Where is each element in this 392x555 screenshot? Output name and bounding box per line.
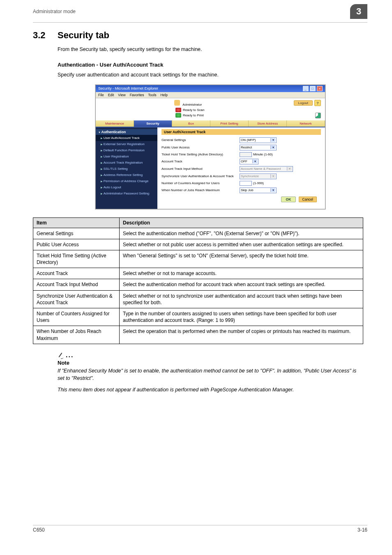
label-account-track: Account Track [161,160,240,163]
help-button[interactable]: ? [314,100,321,106]
table-row: Synchronize User Authentication & Accoun… [33,290,363,308]
nav-auto-logout[interactable]: Auto Logout [96,184,157,190]
table-row: Public User AccessSelect whether or not … [33,239,363,250]
panel-title: User Auth/Account Track [161,129,321,135]
label-ticket-hold-time: Ticket Hold Time Setting (Active Directo… [161,153,240,156]
label-number-counters: Number of Counters Assigned for Users [161,181,240,185]
close-icon[interactable]: × [317,86,323,91]
suffix-number-counters: (1-999) [253,181,264,185]
footer-model: C650 [33,527,45,533]
note-icon [58,352,64,359]
intro-paragraph: From the Security tab, specify security … [58,46,363,53]
th-description: Description [120,217,363,228]
table-row: Number of Counters Assigned for UsersTyp… [33,308,363,326]
table-row: General SettingsSelect the authenticatio… [33,228,363,239]
menu-file[interactable]: File [98,93,104,97]
menu-tools[interactable]: Tools [148,93,157,97]
menu-view[interactable]: View [118,93,125,97]
tab-maintenance[interactable]: Maintenance [96,120,134,127]
menubar: File Edit View Favorites Tools Help [96,92,325,98]
tab-box[interactable]: Box [172,120,210,127]
label-synchronize: Synchronize User Authentication & Accoun… [161,174,240,178]
tab-store-address[interactable]: Store Address [249,120,287,127]
footer-page-number: 3-16 [357,527,367,533]
menu-favorites[interactable]: Favorites [130,93,144,97]
nav-header-authentication[interactable]: Authentication [96,129,157,135]
nav-user-auth-account-track[interactable]: User Auth/Account Track [96,135,157,141]
logout-button[interactable]: Logout [294,100,313,106]
select-max-jobs[interactable]: Skip Job [240,187,277,193]
minimize-icon[interactable]: _ [303,86,309,91]
label-general-settings: General Settings [161,138,240,142]
ok-button[interactable]: OK [281,197,296,202]
admin-icon [174,100,180,106]
printer-status-icon [175,113,181,118]
table-row: When Number of Jobs Reach MaximumSelect … [33,326,363,344]
tab-print-setting[interactable]: Print Setting [210,120,249,127]
select-general-settings[interactable]: ON (MFP) [240,137,277,143]
select-account-track[interactable]: OFF [240,159,258,164]
scanner-status-text: Ready to Scan [183,108,204,112]
note-dots-icon: ... [66,352,74,359]
table-row: Account TrackSelect whether or not to ma… [33,268,363,279]
tab-security[interactable]: Security [134,120,172,127]
side-nav: Authentication User Auth/Account Track E… [96,127,157,209]
table-row: Account Track Input MethodSelect the aut… [33,279,363,290]
label-max-jobs: When Number of Jobs Reach Maximum [161,188,240,192]
suffix-ticket-hold-time: Minute (1-60) [253,153,273,156]
description-table: Item Description General SettingsSelect … [33,217,363,344]
label-account-track-input-method: Account Track Input Method [161,167,240,171]
sub-intro: Specify user authentication and account … [58,71,363,79]
nav-ssl-tls-setting[interactable]: SSL/TLS Setting [96,166,157,172]
menu-help[interactable]: Help [160,93,167,97]
running-head: Administrator mode [33,9,350,14]
nav-user-registration[interactable]: User Registration [96,153,157,160]
section-number: 3.2 [33,30,58,41]
note-label: Note [58,360,363,366]
input-number-counters[interactable] [240,181,252,186]
printer-status-text: Ready to Print [183,113,204,117]
section-title: Security tab [58,30,109,41]
input-ticket-hold-time[interactable] [240,152,252,157]
nav-external-server-registration[interactable]: External Server Registration [96,141,157,147]
th-item: Item [33,217,120,228]
refresh-icon[interactable] [315,113,321,118]
nav-address-reference-setting[interactable]: Address Reference Setting [96,172,157,178]
label-public-user-access: Public User Access [161,146,240,149]
maximize-icon[interactable]: □ [310,86,316,91]
select-public-user-access[interactable]: Restrict [240,145,277,150]
window-title: Security - Microsoft Internet Explorer [98,86,158,90]
note-paragraph-1: If "Enhanced Security Mode" is set to en… [58,367,363,382]
nav-account-track-registration[interactable]: Account Track Registration [96,160,157,166]
screenshot-window: Security - Microsoft Internet Explorer _… [95,85,325,209]
nav-permission-address-change[interactable]: Permission of Address Change [96,178,157,184]
select-synchronize[interactable]: Synchronize [240,173,277,179]
select-account-track-input-method[interactable]: Account Name & Password [240,166,293,172]
admin-label: Administrator [182,103,202,106]
scanner-status-icon [175,108,181,112]
note-paragraph-2: This menu item does not appear if authen… [58,386,363,393]
nav-default-function-permission[interactable]: Default Function Permission [96,147,157,153]
chapter-badge: 3 [350,4,367,19]
menu-edit[interactable]: Edit [108,93,114,97]
nav-administrator-password-setting[interactable]: Administrator Password Setting [96,190,157,197]
table-row: Ticket Hold Time Setting (Active Directo… [33,250,363,268]
subheading: Authentication - User Auth/Account Track [58,62,363,68]
cancel-button[interactable]: Cancel [299,197,317,202]
tab-network[interactable]: Network [287,120,325,127]
